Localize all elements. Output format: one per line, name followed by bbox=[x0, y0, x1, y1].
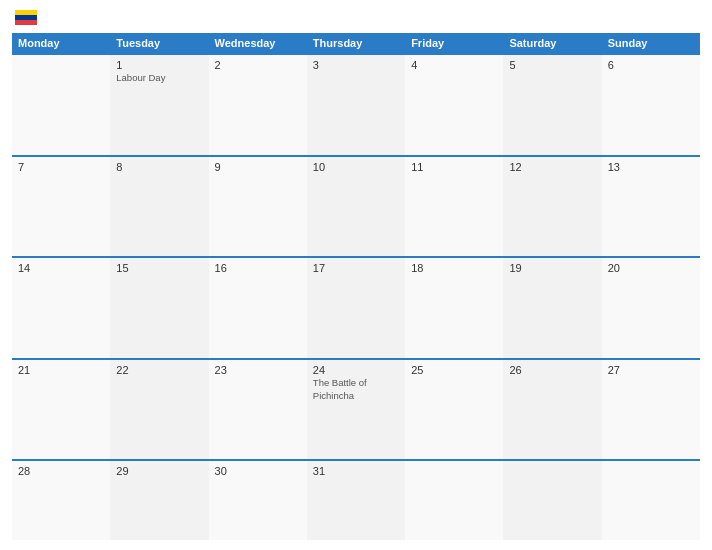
calendar-cell: 3 bbox=[307, 54, 405, 156]
logo bbox=[12, 10, 37, 25]
day-number: 21 bbox=[18, 364, 104, 376]
day-number: 26 bbox=[509, 364, 595, 376]
calendar-cell: 11 bbox=[405, 156, 503, 258]
calendar-cell: 24The Battle of Pichincha bbox=[307, 359, 405, 461]
calendar-cell: 23 bbox=[209, 359, 307, 461]
flag-icon bbox=[15, 10, 37, 25]
calendar-cell bbox=[12, 54, 110, 156]
calendar-page: MondayTuesdayWednesdayThursdayFridaySatu… bbox=[0, 0, 712, 550]
day-number: 29 bbox=[116, 465, 202, 477]
calendar-cell: 18 bbox=[405, 257, 503, 359]
calendar-cell: 16 bbox=[209, 257, 307, 359]
day-number: 25 bbox=[411, 364, 497, 376]
day-number: 9 bbox=[215, 161, 301, 173]
day-number: 23 bbox=[215, 364, 301, 376]
day-number: 16 bbox=[215, 262, 301, 274]
day-number: 1 bbox=[116, 59, 202, 71]
svg-rect-0 bbox=[15, 10, 37, 15]
day-number: 7 bbox=[18, 161, 104, 173]
calendar-cell: 13 bbox=[602, 156, 700, 258]
calendar-cell: 7 bbox=[12, 156, 110, 258]
calendar-cell: 29 bbox=[110, 460, 208, 540]
week-row-1: 1Labour Day23456 bbox=[12, 54, 700, 156]
calendar-cell: 28 bbox=[12, 460, 110, 540]
day-number: 19 bbox=[509, 262, 595, 274]
day-number: 3 bbox=[313, 59, 399, 71]
day-number: 18 bbox=[411, 262, 497, 274]
calendar-cell: 26 bbox=[503, 359, 601, 461]
day-number: 2 bbox=[215, 59, 301, 71]
calendar-cell: 25 bbox=[405, 359, 503, 461]
calendar-cell: 5 bbox=[503, 54, 601, 156]
calendar-cell: 21 bbox=[12, 359, 110, 461]
calendar-cell: 14 bbox=[12, 257, 110, 359]
calendar-cell: 6 bbox=[602, 54, 700, 156]
calendar-cell bbox=[602, 460, 700, 540]
day-number: 14 bbox=[18, 262, 104, 274]
calendar-cell: 31 bbox=[307, 460, 405, 540]
calendar-cell: 22 bbox=[110, 359, 208, 461]
day-number: 6 bbox=[608, 59, 694, 71]
holiday-label: The Battle of Pichincha bbox=[313, 377, 367, 401]
calendar-cell bbox=[405, 460, 503, 540]
calendar-cell: 4 bbox=[405, 54, 503, 156]
calendar-cell: 12 bbox=[503, 156, 601, 258]
calendar-cell bbox=[503, 460, 601, 540]
holiday-label: Labour Day bbox=[116, 72, 165, 83]
day-number: 5 bbox=[509, 59, 595, 71]
calendar-cell: 9 bbox=[209, 156, 307, 258]
calendar-cell: 8 bbox=[110, 156, 208, 258]
calendar-cell: 27 bbox=[602, 359, 700, 461]
calendar-cell: 19 bbox=[503, 257, 601, 359]
calendar-cell: 10 bbox=[307, 156, 405, 258]
day-number: 28 bbox=[18, 465, 104, 477]
calendar-cell: 2 bbox=[209, 54, 307, 156]
week-row-2: 78910111213 bbox=[12, 156, 700, 258]
day-number: 22 bbox=[116, 364, 202, 376]
calendar-cell: 20 bbox=[602, 257, 700, 359]
header bbox=[12, 10, 700, 25]
day-number: 20 bbox=[608, 262, 694, 274]
day-number: 11 bbox=[411, 161, 497, 173]
day-header-tuesday: Tuesday bbox=[110, 33, 208, 54]
day-header-monday: Monday bbox=[12, 33, 110, 54]
day-number: 27 bbox=[608, 364, 694, 376]
week-row-3: 14151617181920 bbox=[12, 257, 700, 359]
day-number: 30 bbox=[215, 465, 301, 477]
day-number: 24 bbox=[313, 364, 399, 376]
day-number: 12 bbox=[509, 161, 595, 173]
week-row-5: 28293031 bbox=[12, 460, 700, 540]
svg-rect-2 bbox=[15, 20, 37, 25]
day-header-sunday: Sunday bbox=[602, 33, 700, 54]
day-header-row: MondayTuesdayWednesdayThursdayFridaySatu… bbox=[12, 33, 700, 54]
day-header-saturday: Saturday bbox=[503, 33, 601, 54]
calendar-table: MondayTuesdayWednesdayThursdayFridaySatu… bbox=[12, 33, 700, 540]
svg-rect-1 bbox=[15, 15, 37, 20]
calendar-cell: 30 bbox=[209, 460, 307, 540]
day-header-thursday: Thursday bbox=[307, 33, 405, 54]
day-number: 15 bbox=[116, 262, 202, 274]
day-header-friday: Friday bbox=[405, 33, 503, 54]
calendar-cell: 15 bbox=[110, 257, 208, 359]
day-number: 10 bbox=[313, 161, 399, 173]
week-row-4: 21222324The Battle of Pichincha252627 bbox=[12, 359, 700, 461]
calendar-cell: 17 bbox=[307, 257, 405, 359]
day-number: 4 bbox=[411, 59, 497, 71]
day-number: 17 bbox=[313, 262, 399, 274]
day-number: 8 bbox=[116, 161, 202, 173]
day-number: 13 bbox=[608, 161, 694, 173]
calendar-cell: 1Labour Day bbox=[110, 54, 208, 156]
day-number: 31 bbox=[313, 465, 399, 477]
day-header-wednesday: Wednesday bbox=[209, 33, 307, 54]
